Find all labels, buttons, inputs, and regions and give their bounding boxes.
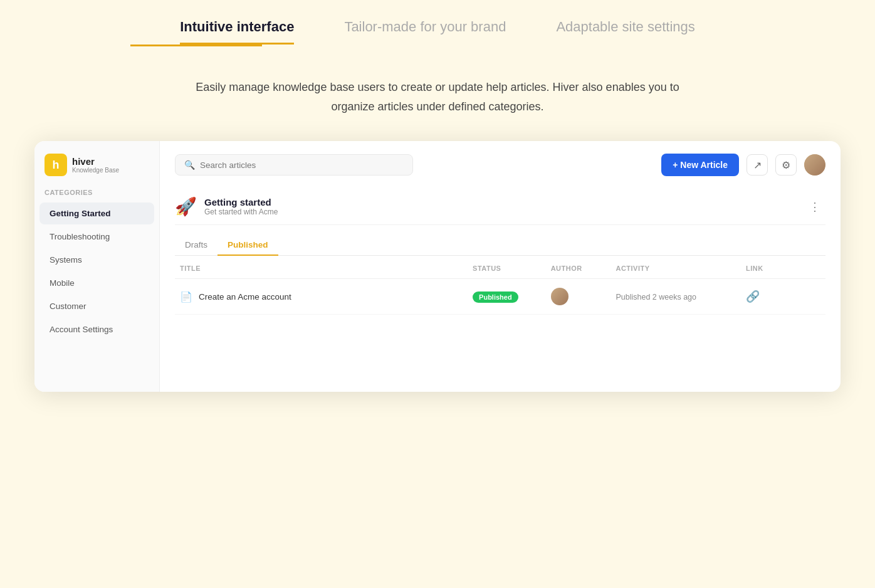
articles-table: TITLE STATUS AUTHOR ACTIVITY LINK 📄 Crea…: [175, 258, 825, 315]
more-options-button[interactable]: ⋮: [804, 197, 825, 216]
settings-icon-btn[interactable]: ⚙: [775, 154, 797, 176]
article-title[interactable]: Create an Acme account: [199, 292, 291, 302]
main-content: 🔍 + New Article ↗ ⚙ 🚀 Get: [160, 141, 841, 392]
search-box[interactable]: 🔍: [175, 154, 413, 176]
sidebar-item-mobile[interactable]: Mobile: [39, 272, 154, 294]
external-link-icon: ↗: [753, 159, 762, 171]
activity-text: Published 2 weeks ago: [616, 293, 696, 302]
logo-name: hiver: [72, 156, 119, 167]
col-header-activity: ACTIVITY: [610, 258, 741, 279]
col-header-link: LINK: [741, 258, 825, 279]
article-author-cell: [546, 279, 611, 315]
table-row: 📄 Create an Acme account Published Publi…: [175, 279, 825, 315]
article-link-cell: 🔗: [741, 279, 825, 315]
new-article-button[interactable]: + New Article: [661, 154, 739, 176]
article-title-cell: 📄 Create an Acme account: [175, 279, 468, 315]
logo-icon: h: [45, 154, 67, 176]
article-tabs: Drafts Published: [175, 235, 825, 256]
sidebar-item-troubleshooting[interactable]: Troubleshooting: [39, 226, 154, 248]
category-description: Get started with Acme: [204, 207, 278, 216]
tab-settings[interactable]: Adaptable site settings: [556, 19, 694, 45]
tab-intuitive[interactable]: Intuitive interface: [180, 19, 294, 45]
sidebar-item-account-settings[interactable]: Account Settings: [39, 318, 154, 340]
category-emoji: 🚀: [175, 196, 197, 217]
doc-icon: 📄: [180, 291, 192, 303]
logo: h hiver Knowledge Base: [34, 154, 159, 189]
search-input[interactable]: [200, 160, 404, 170]
app-window: h hiver Knowledge Base Categories Gettin…: [34, 141, 841, 392]
toolbar-right: + New Article ↗ ⚙: [661, 154, 825, 176]
sidebar: h hiver Knowledge Base Categories Gettin…: [34, 141, 160, 392]
category-info: 🚀 Getting started Get started with Acme: [175, 196, 278, 217]
sidebar-item-customer[interactable]: Customer: [39, 295, 154, 317]
status-badge: Published: [473, 291, 518, 303]
search-icon: 🔍: [184, 160, 195, 170]
article-status-cell: Published: [468, 279, 546, 315]
category-text: Getting started Get started with Acme: [204, 197, 278, 216]
category-title: Getting started: [204, 197, 278, 207]
sidebar-item-getting-started[interactable]: Getting Started: [39, 202, 154, 224]
link-icon[interactable]: 🔗: [746, 290, 760, 303]
avatar: [804, 154, 825, 176]
top-tabs-container: Intuitive interface Tailor-made for your…: [0, 0, 875, 45]
sidebar-section-label: Categories: [34, 189, 159, 201]
sidebar-item-systems[interactable]: Systems: [39, 249, 154, 271]
tab-drafts[interactable]: Drafts: [175, 235, 217, 256]
col-header-author: AUTHOR: [546, 258, 611, 279]
tab-published[interactable]: Published: [217, 235, 278, 256]
tab-brand[interactable]: Tailor-made for your brand: [344, 19, 506, 45]
col-header-status: STATUS: [468, 258, 546, 279]
external-link-icon-btn[interactable]: ↗: [747, 154, 768, 176]
logo-text: hiver Knowledge Base: [72, 156, 119, 174]
toolbar: 🔍 + New Article ↗ ⚙: [175, 154, 825, 176]
category-header: 🚀 Getting started Get started with Acme …: [175, 189, 825, 225]
author-avatar: [551, 288, 568, 305]
article-activity-cell: Published 2 weeks ago: [610, 279, 741, 315]
logo-sub: Knowledge Base: [72, 167, 119, 174]
gear-icon: ⚙: [782, 159, 790, 171]
description-text: Easily manage knowledge base users to cr…: [187, 78, 688, 116]
col-header-title: TITLE: [175, 258, 468, 279]
user-avatar-button[interactable]: [804, 154, 825, 176]
